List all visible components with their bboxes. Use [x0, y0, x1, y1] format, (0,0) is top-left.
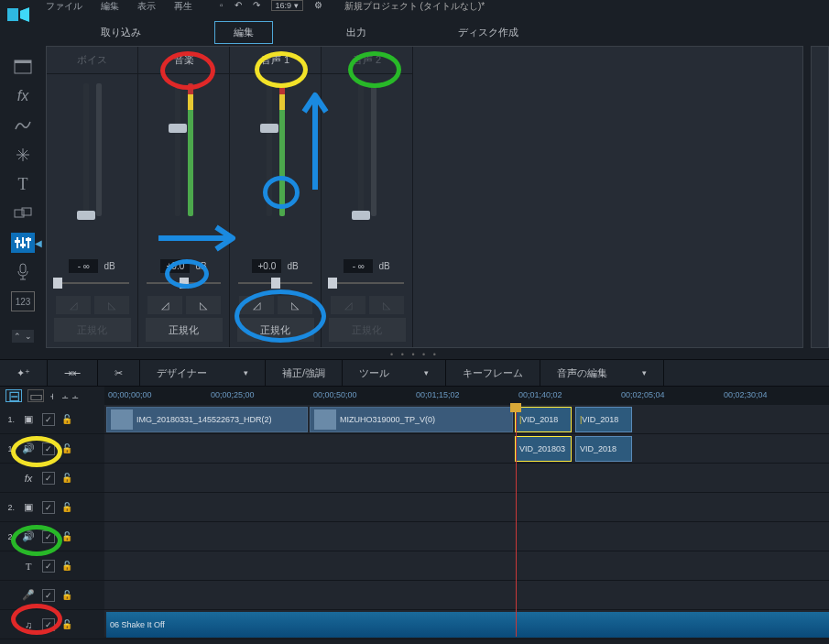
track-head-voice[interactable]: 🎤✓🔓: [0, 581, 104, 610]
fade-in-button[interactable]: ◿: [56, 296, 91, 314]
track-fx[interactable]: [104, 464, 829, 493]
undo-icon[interactable]: ↶: [235, 0, 242, 11]
gain-fader[interactable]: [83, 83, 89, 216]
db-value[interactable]: - ∞: [344, 259, 373, 273]
lock-icon[interactable]: 🔓: [60, 560, 73, 573]
track-visible-checkbox[interactable]: ✓: [42, 589, 55, 602]
trim-icon[interactable]: ⇥⇤: [64, 367, 81, 379]
timeline-view-mode-icon[interactable]: ⊟: [5, 389, 22, 402]
normalize-button[interactable]: 正規化: [54, 318, 131, 342]
redo-icon[interactable]: ↷: [253, 0, 260, 11]
chapter-room-icon[interactable]: 123: [11, 291, 35, 311]
lock-icon[interactable]: 🔓: [60, 472, 73, 485]
track-visible-checkbox[interactable]: ✓: [42, 560, 55, 573]
track-visible-checkbox[interactable]: ✓: [42, 501, 55, 514]
clip[interactable]: |VID_2018: [515, 407, 572, 432]
fade-out-button[interactable]: ◺: [369, 296, 404, 314]
track-video-1[interactable]: IMG_20180331_145522673_HDR(2) MIZUHO3190…: [104, 405, 829, 434]
track-visible-checkbox[interactable]: ✓: [42, 413, 55, 426]
fade-in-button[interactable]: ◿: [239, 296, 274, 314]
playhead[interactable]: [516, 404, 517, 637]
clip-music[interactable]: 06 Shake It Off: [106, 612, 829, 638]
expand-up-icon[interactable]: ⌃: [12, 330, 23, 343]
aspect-ratio-selector[interactable]: 16:9 ▾: [271, 0, 303, 11]
enhance-button[interactable]: 補正/強調: [282, 366, 325, 380]
clip[interactable]: VID_2018: [575, 436, 632, 462]
tab-disc[interactable]: ディスク作成: [440, 22, 537, 43]
normalize-button[interactable]: 正規化: [329, 318, 406, 342]
track-audio-1[interactable]: VID_201803 VID_2018: [104, 434, 829, 464]
tab-import[interactable]: 取り込み: [82, 22, 159, 43]
track-voice[interactable]: [104, 581, 829, 610]
expand-down-icon[interactable]: ⌄: [23, 330, 34, 343]
timeline-view-mode-alt-icon[interactable]: ▭: [27, 389, 44, 402]
fade-out-button[interactable]: ◺: [278, 296, 312, 314]
track-visible-checkbox[interactable]: ✓: [42, 530, 55, 543]
normalize-button[interactable]: 正規化: [237, 318, 314, 342]
keyframe-button[interactable]: キーフレーム: [463, 366, 523, 380]
gain-fader[interactable]: [267, 83, 272, 216]
normalize-button[interactable]: 正規化: [146, 318, 223, 342]
track-head-title[interactable]: T✓🔓: [0, 551, 104, 581]
gear-icon[interactable]: ⚙: [314, 0, 322, 11]
tab-edit[interactable]: 編集: [214, 21, 273, 44]
fade-out-button[interactable]: ◺: [94, 296, 129, 314]
audio-mixer-room-icon[interactable]: ◀: [11, 233, 35, 253]
pan-slider[interactable]: [143, 276, 224, 290]
fade-in-button[interactable]: ◿: [147, 296, 182, 314]
ripple-icon[interactable]: ⫞: [49, 390, 55, 401]
db-value[interactable]: +0.0: [160, 259, 190, 273]
tool-menu[interactable]: ツール: [359, 366, 389, 380]
db-value[interactable]: - ∞: [69, 259, 98, 273]
lock-icon[interactable]: 🔓: [60, 530, 73, 543]
track-head-video-2[interactable]: 2.▣✓🔓: [0, 493, 104, 522]
gain-fader[interactable]: [175, 83, 180, 216]
track-head-audio-2[interactable]: 2.🔊✓🔓: [0, 522, 104, 551]
panel-resize-grip[interactable]: • • • • •: [0, 348, 829, 359]
track-audio-2[interactable]: [104, 522, 829, 551]
clip[interactable]: IMG_20180331_145522673_HDR(2): [106, 407, 308, 432]
clip[interactable]: |VID_2018: [575, 407, 632, 432]
snap-icon[interactable]: ⫠⫠: [60, 390, 81, 401]
db-value[interactable]: +0.0: [252, 259, 281, 273]
fade-in-button[interactable]: ◿: [331, 296, 365, 314]
track-title[interactable]: [104, 551, 829, 581]
transition-room-icon[interactable]: [11, 203, 35, 224]
gain-fader[interactable]: [358, 83, 364, 216]
title-room-icon[interactable]: T: [11, 174, 35, 194]
pan-slider[interactable]: [51, 276, 133, 290]
menu-view[interactable]: 表示: [137, 0, 156, 13]
cut-icon[interactable]: ✂: [115, 367, 123, 379]
track-head-video-1[interactable]: 1.▣✓🔓: [0, 405, 104, 434]
fx-room-icon[interactable]: fx: [11, 86, 35, 106]
clip[interactable]: MIZUHO319000_TP_V(0): [310, 407, 513, 432]
pan-slider[interactable]: [326, 276, 408, 290]
track-video-2[interactable]: [104, 493, 829, 522]
lock-icon[interactable]: 🔓: [60, 501, 73, 514]
timeline-ruler[interactable]: 00;00;00;00 00;00;25;00 00;00;50;00 00;0…: [104, 387, 829, 405]
particle-room-icon[interactable]: [11, 145, 35, 165]
track-head-fx[interactable]: fx✓🔓: [0, 464, 104, 493]
lock-icon[interactable]: 🔓: [60, 618, 73, 631]
pan-slider[interactable]: [235, 276, 316, 290]
tab-output[interactable]: 出力: [328, 22, 385, 43]
menu-edit[interactable]: 編集: [101, 0, 119, 13]
menu-file[interactable]: ファイル: [46, 0, 82, 13]
audio-edit-menu[interactable]: 音声の編集: [557, 366, 607, 380]
save-icon[interactable]: ▫: [220, 0, 224, 11]
track-music[interactable]: 06 Shake It Off: [104, 610, 829, 639]
track-head-audio-1[interactable]: 1.🔊✓🔓: [0, 434, 104, 464]
track-visible-checkbox[interactable]: ✓: [42, 442, 55, 455]
media-room-icon[interactable]: [11, 57, 35, 77]
designer-menu[interactable]: デザイナー: [157, 366, 207, 380]
timeline-tracks[interactable]: 00;00;00;00 00;00;25;00 00;00;50;00 00;0…: [104, 387, 829, 637]
lock-icon[interactable]: 🔓: [60, 442, 73, 455]
menu-play[interactable]: 再生: [174, 0, 192, 13]
lock-icon[interactable]: 🔓: [60, 589, 73, 602]
track-head-music[interactable]: ♫✓🔓: [0, 610, 104, 639]
voiceover-room-icon[interactable]: [11, 262, 35, 282]
track-visible-checkbox[interactable]: ✓: [42, 472, 55, 485]
fade-out-button[interactable]: ◺: [186, 296, 221, 314]
pip-room-icon[interactable]: [11, 115, 35, 136]
lock-icon[interactable]: 🔓: [60, 413, 73, 426]
